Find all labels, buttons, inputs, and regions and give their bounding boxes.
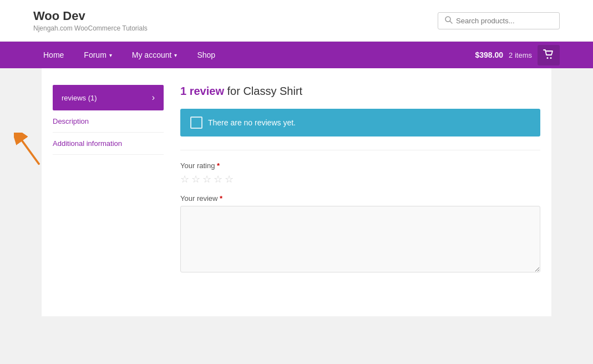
no-reviews-text: There are no reviews yet. <box>208 118 296 127</box>
nav-links: Home Forum ▾ My account ▾ Shop <box>33 42 225 68</box>
search-input[interactable] <box>456 17 553 25</box>
review-section: 1 review for Classy Shirt There are no r… <box>180 85 540 283</box>
nav-forum[interactable]: Forum ▾ <box>74 42 121 68</box>
review-group: Your review * <box>180 194 540 274</box>
star-rating[interactable]: ☆ ☆ ☆ ☆ ☆ <box>180 173 540 185</box>
nav-shop[interactable]: Shop <box>187 42 225 68</box>
star-3[interactable]: ☆ <box>202 173 211 185</box>
rating-label: Your rating * <box>180 161 540 170</box>
review-product-name: Classy Shirt <box>243 85 302 97</box>
no-reviews-box: There are no reviews yet. <box>180 109 540 136</box>
required-indicator: * <box>217 161 220 170</box>
site-subtitle: Njengah.com WooCommerce Tutorials <box>33 24 148 32</box>
sidebar-chevron-icon: › <box>152 93 155 103</box>
nav-home[interactable]: Home <box>33 42 74 68</box>
sidebar-description-link[interactable]: Description <box>53 110 164 133</box>
page-background: Woo Dev Njengah.com WooCommerce Tutorial… <box>0 0 593 364</box>
search-box[interactable] <box>438 12 560 29</box>
site-branding: Woo Dev Njengah.com WooCommerce Tutorial… <box>33 9 148 32</box>
cart-icon[interactable] <box>538 45 560 65</box>
forum-chevron-icon: ▾ <box>109 52 112 58</box>
star-1[interactable]: ☆ <box>180 173 189 185</box>
review-for-text: for <box>227 85 244 97</box>
site-nav: Home Forum ▾ My account ▾ Shop $398.00 2… <box>0 42 593 68</box>
nav-my-account[interactable]: My account ▾ <box>122 42 187 68</box>
rating-group: Your rating * ☆ ☆ ☆ ☆ ☆ <box>180 161 540 185</box>
review-label: Your review * <box>180 194 540 203</box>
divider <box>180 150 540 150</box>
arrow-container: Description Additional information <box>53 110 164 155</box>
site-title: Woo Dev <box>33 9 148 23</box>
cart-items-count: 2 items <box>509 51 532 59</box>
svg-line-5 <box>22 141 39 164</box>
cart-price: $398.00 <box>475 50 503 59</box>
review-title: 1 review for Classy Shirt <box>180 85 540 98</box>
orange-arrow-annotation <box>14 133 47 166</box>
star-2[interactable]: ☆ <box>191 173 200 185</box>
content-wrapper: reviews (1) › Description <box>53 85 540 283</box>
account-chevron-icon: ▾ <box>174 52 177 58</box>
svg-line-1 <box>450 21 452 23</box>
search-icon <box>445 16 453 26</box>
review-required-indicator: * <box>220 194 222 203</box>
cart-area: $398.00 2 items <box>475 45 560 65</box>
sidebar: reviews (1) › Description <box>53 85 164 155</box>
review-textarea[interactable] <box>180 206 540 272</box>
svg-point-3 <box>550 57 552 59</box>
sidebar-additional-info-link[interactable]: Additional information <box>53 133 164 155</box>
sidebar-reviews-tab[interactable]: reviews (1) › <box>53 85 164 110</box>
sidebar-reviews-label: reviews (1) <box>62 94 97 102</box>
content-area: reviews (1) › Description <box>42 68 551 316</box>
svg-point-2 <box>547 57 549 59</box>
star-4[interactable]: ☆ <box>214 173 222 185</box>
star-5[interactable]: ☆ <box>225 173 234 185</box>
info-icon <box>190 117 202 129</box>
review-count: 1 review <box>180 85 224 97</box>
site-header: Woo Dev Njengah.com WooCommerce Tutorial… <box>0 0 593 42</box>
